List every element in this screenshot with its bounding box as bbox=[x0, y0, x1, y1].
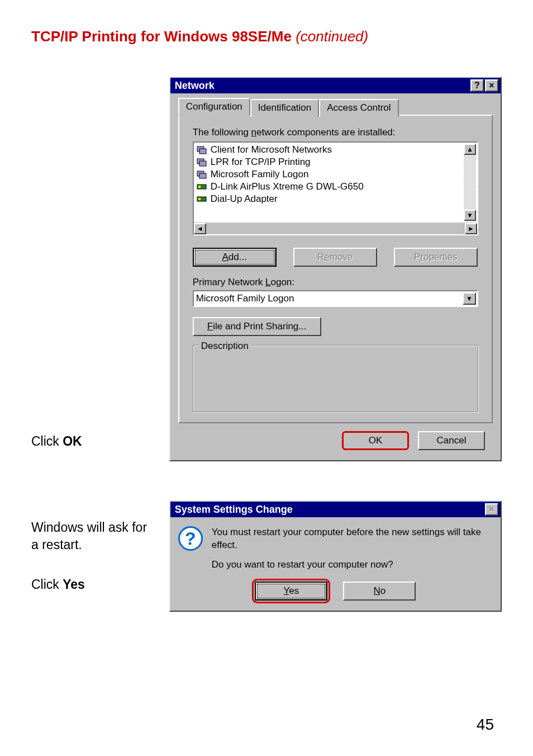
network-dialog: Network ? × Configuration Identification… bbox=[169, 77, 502, 461]
instruction-click-ok-pre: Click bbox=[31, 434, 63, 448]
list-item-label: Client for Microsoft Networks bbox=[211, 144, 332, 155]
network-title: Network bbox=[173, 80, 469, 92]
question-icon: ? bbox=[178, 526, 203, 551]
list-item[interactable]: Microsoft Family Logon bbox=[195, 168, 476, 181]
tab-access-control[interactable]: Access Control bbox=[319, 99, 398, 117]
msgbox-close-button: × bbox=[485, 503, 498, 516]
chevron-down-icon[interactable]: ▼ bbox=[463, 292, 476, 305]
primary-logon-combo[interactable]: Microsoft Family Logon ▼ bbox=[193, 290, 478, 307]
list-item-label: Dial-Up Adapter bbox=[211, 193, 278, 205]
network-titlebar: Network ? × bbox=[170, 78, 501, 93]
titlebar-close-button[interactable]: × bbox=[485, 79, 498, 92]
svg-rect-7 bbox=[198, 186, 201, 188]
instruction-click-yes-bold: Yes bbox=[63, 577, 85, 592]
msgbox-line2: Do you want to restart your computer now… bbox=[212, 559, 493, 571]
description-groupbox: Description bbox=[193, 345, 478, 412]
list-item-label: Microsoft Family Logon bbox=[211, 169, 309, 180]
properties-button: Properties bbox=[394, 248, 478, 267]
system-settings-change-dialog: System Settings Change × ? You must rest… bbox=[169, 500, 502, 612]
tab-identification[interactable]: Identification bbox=[250, 99, 319, 117]
instruction-click-yes-pre: Click bbox=[31, 577, 63, 592]
components-listbox[interactable]: Client for Microsoft Networks LPR for TC… bbox=[193, 141, 478, 235]
cancel-button[interactable]: Cancel bbox=[418, 431, 485, 450]
list-item[interactable]: Dial-Up Adapter bbox=[195, 193, 476, 205]
file-print-sharing-button[interactable]: File and Print Sharing... bbox=[193, 317, 321, 336]
ok-button[interactable]: OK bbox=[342, 431, 409, 450]
scroll-down-icon[interactable]: ▼ bbox=[464, 210, 476, 221]
yes-button[interactable]: Yes bbox=[255, 582, 327, 601]
section-heading: TCP/IP Printing for Windows 98SE/Me (con… bbox=[31, 28, 502, 45]
section-heading-main: TCP/IP Printing for Windows 98SE/Me bbox=[31, 28, 292, 45]
vertical-scrollbar[interactable]: ▲ ▼ bbox=[464, 144, 476, 221]
section-heading-suffix: (continued) bbox=[292, 28, 368, 45]
list-item-label: LPR for TCP/IP Printing bbox=[211, 157, 311, 168]
titlebar-help-button[interactable]: ? bbox=[470, 79, 484, 92]
instruction-click-ok-bold: OK bbox=[63, 434, 82, 448]
svg-rect-9 bbox=[198, 198, 201, 200]
scroll-thumb[interactable] bbox=[464, 155, 476, 210]
msgbox-text: You must restart your computer before th… bbox=[212, 526, 493, 571]
adapter-icon bbox=[196, 194, 207, 204]
client-icon bbox=[196, 169, 207, 179]
list-item-label: D-Link AirPlus Xtreme G DWL-G650 bbox=[211, 181, 364, 192]
scroll-right-icon[interactable]: ► bbox=[465, 223, 477, 234]
msgbox-line1: You must restart your computer before th… bbox=[212, 526, 493, 552]
list-item[interactable]: D-Link AirPlus Xtreme G DWL-G650 bbox=[195, 181, 476, 193]
list-item[interactable]: Client for Microsoft Networks bbox=[195, 144, 476, 156]
add-button[interactable]: Add... bbox=[193, 248, 277, 267]
svg-rect-3 bbox=[199, 161, 206, 166]
svg-rect-1 bbox=[199, 149, 206, 154]
client-icon bbox=[196, 157, 207, 167]
primary-logon-value: Microsoft Family Logon bbox=[196, 293, 294, 304]
horizontal-scrollbar[interactable]: ◄ ► bbox=[194, 222, 477, 234]
msgbox-titlebar: System Settings Change × bbox=[170, 502, 501, 517]
tab-strip: Configuration Identification Access Cont… bbox=[178, 98, 493, 116]
no-button[interactable]: No bbox=[343, 582, 416, 601]
scroll-up-icon[interactable]: ▲ bbox=[464, 144, 476, 155]
client-icon bbox=[196, 145, 207, 155]
msgbox-title: System Settings Change bbox=[173, 504, 484, 516]
list-item[interactable]: LPR for TCP/IP Printing bbox=[195, 156, 476, 168]
description-label: Description bbox=[199, 341, 251, 352]
tab-configuration[interactable]: Configuration bbox=[178, 98, 250, 116]
svg-rect-5 bbox=[199, 173, 206, 178]
tab-panel-configuration: The following network components are ins… bbox=[178, 115, 493, 423]
remove-button: Remove bbox=[293, 248, 377, 267]
page-number: 45 bbox=[477, 716, 494, 734]
scroll-left-icon[interactable]: ◄ bbox=[194, 223, 206, 234]
adapter-icon bbox=[196, 182, 207, 192]
primary-logon-label: Primary Network Logon: bbox=[193, 277, 478, 288]
instruction-restart: Windows will ask for a restart. bbox=[31, 519, 151, 554]
components-label: The following network components are ins… bbox=[193, 127, 478, 138]
